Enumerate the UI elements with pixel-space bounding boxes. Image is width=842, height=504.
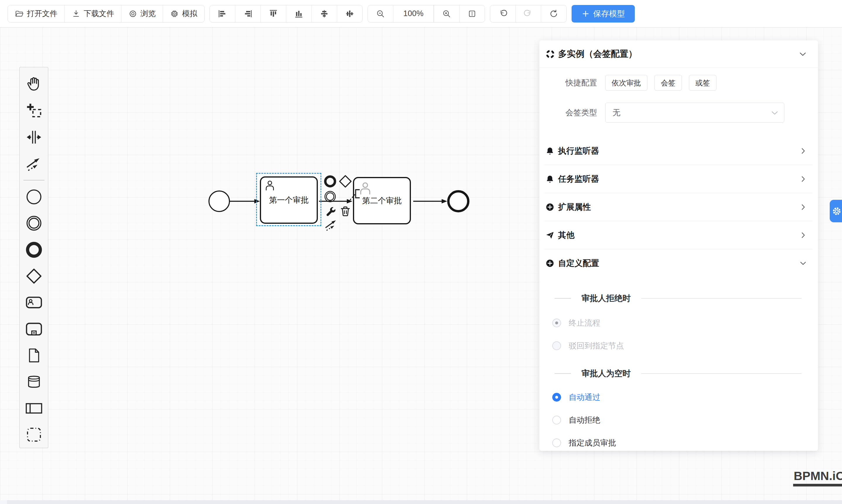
plus-circle-icon [545, 258, 555, 268]
section-custom-config[interactable]: 自定义配置 [539, 249, 818, 277]
align-bottom-icon [294, 9, 303, 18]
create-participant[interactable] [25, 399, 43, 417]
restart-icon [549, 9, 558, 18]
delete-trash-icon[interactable] [339, 205, 352, 218]
connect-arrow-icon[interactable] [324, 218, 338, 232]
save-model-label: 保存模型 [593, 8, 625, 19]
preview-icon [128, 10, 137, 18]
hand-tool[interactable] [25, 75, 43, 93]
download-file-button[interactable]: 下载文件 [64, 5, 121, 22]
chevron-down-icon[interactable] [799, 50, 807, 58]
create-intermediate-event[interactable] [25, 214, 43, 232]
end-event-node[interactable] [449, 191, 468, 211]
preview-button[interactable]: 浏览 [121, 5, 163, 22]
save-model-button[interactable]: 保存模型 [572, 5, 635, 22]
create-group[interactable] [25, 426, 43, 444]
align-center-horizontal-button[interactable] [311, 5, 337, 22]
chevron-right-icon [799, 203, 807, 211]
reset-view-button[interactable] [459, 5, 485, 22]
horizontal-scrollbar[interactable] [0, 500, 842, 504]
align-top-button[interactable] [261, 5, 286, 22]
section-task-listener[interactable]: 任务监听器 [539, 165, 818, 193]
chevron-right-icon [799, 175, 807, 183]
simulate-chip-icon [170, 10, 179, 18]
create-user-task[interactable] [25, 294, 43, 311]
palette-separator [23, 180, 45, 180]
lasso-tool[interactable] [25, 102, 43, 119]
bpmn-io-logo: BPMN.iO [793, 469, 842, 486]
section-extended-properties[interactable]: 扩展属性 [539, 193, 818, 221]
radio-circle-terminate[interactable] [552, 319, 561, 327]
radio-circle-auto-pass[interactable] [552, 393, 561, 402]
create-data-store[interactable] [25, 373, 43, 391]
panel-header[interactable]: 多实例（会签配置） [539, 40, 818, 68]
create-end-event[interactable] [25, 241, 43, 258]
quick-config-orsign-button[interactable]: 或签 [689, 75, 716, 91]
arrowhead-3 [442, 199, 447, 203]
append-text-annotation-icon[interactable] [345, 187, 364, 206]
radio-return-to-node[interactable]: 驳回到指定节点 [552, 339, 818, 353]
zoom-level: 100% [393, 5, 434, 22]
intermediate-event-icon [25, 215, 42, 232]
align-right-button[interactable] [235, 5, 261, 22]
user-task-node-1[interactable]: 第一个审批 [260, 176, 318, 224]
align-left-button[interactable] [210, 5, 235, 22]
radio-terminate-process[interactable]: 终止流程 [552, 316, 818, 330]
countersign-label: 会签 [661, 78, 676, 88]
align-left-icon [218, 9, 227, 18]
space-tool[interactable] [25, 128, 43, 146]
create-data-object[interactable] [25, 347, 43, 364]
zoom-in-button[interactable] [434, 5, 459, 22]
global-connect-tool[interactable] [25, 155, 43, 172]
quick-config-countersign-button[interactable]: 会签 [654, 75, 682, 91]
change-type-wrench-icon[interactable] [325, 206, 337, 218]
create-gateway[interactable] [25, 267, 43, 285]
append-end-event-icon[interactable] [324, 175, 337, 188]
simulate-button[interactable]: 模拟 [163, 5, 204, 22]
task-1-label: 第一个审批 [269, 195, 309, 205]
settings-side-tab[interactable] [830, 200, 842, 222]
append-intermediate-event-icon[interactable] [324, 190, 337, 203]
undo-button[interactable] [490, 5, 515, 22]
create-subprocess[interactable] [25, 320, 43, 338]
reset-view-icon [468, 9, 477, 18]
section-execution-listener[interactable]: 执行监听器 [539, 137, 818, 165]
chevron-right-icon [799, 147, 807, 155]
user-task-person-icon [264, 180, 276, 192]
radio-auto-pass[interactable]: 自动通过 [552, 391, 818, 404]
append-gateway-icon[interactable] [338, 174, 352, 188]
zoom-out-button[interactable] [368, 5, 393, 22]
open-file-button[interactable]: 打开文件 [8, 5, 64, 22]
restart-button[interactable] [541, 5, 566, 22]
download-file-label: 下载文件 [84, 8, 114, 19]
reject-group-title: 审批人拒绝时 [539, 292, 818, 305]
align-center-vertical-button[interactable] [337, 5, 362, 22]
align-center-vertical-icon [345, 9, 354, 18]
sign-type-select[interactable]: 无 [605, 103, 784, 123]
auto-pass-label: 自动通过 [569, 392, 600, 402]
zoom-button-group: 100% [368, 5, 485, 22]
zoom-in-icon [442, 9, 451, 18]
undo-icon [498, 9, 508, 18]
align-bottom-button[interactable] [286, 5, 311, 22]
radio-auto-reject[interactable]: 自动拒绝 [552, 413, 818, 427]
gateway-icon [25, 268, 42, 285]
redo-button[interactable] [515, 5, 541, 22]
radio-circle-designated-member[interactable] [552, 438, 561, 447]
quick-config-sequential-button[interactable]: 依次审批 [605, 75, 647, 91]
radio-circle-return[interactable] [552, 341, 561, 350]
select-chevron-icon [771, 109, 779, 117]
gear-icon [831, 206, 842, 216]
radio-designated-member[interactable]: 指定成员审批 [552, 436, 818, 450]
lasso-tool-icon [26, 102, 42, 119]
task-listener-label: 任务监听器 [558, 174, 599, 184]
plus-icon [581, 10, 590, 18]
title-dash [555, 298, 571, 299]
radio-circle-auto-reject[interactable] [552, 416, 561, 425]
create-start-event[interactable] [25, 188, 43, 205]
section-other[interactable]: 其他 [539, 221, 818, 249]
bpmn-palette [19, 67, 48, 448]
start-event-node[interactable] [209, 191, 229, 212]
align-top-icon [269, 9, 278, 18]
properties-panel: 多实例（会签配置） 快捷配置 依次审批 会签 或签 会签类型 无 执行监听器 [539, 40, 818, 451]
